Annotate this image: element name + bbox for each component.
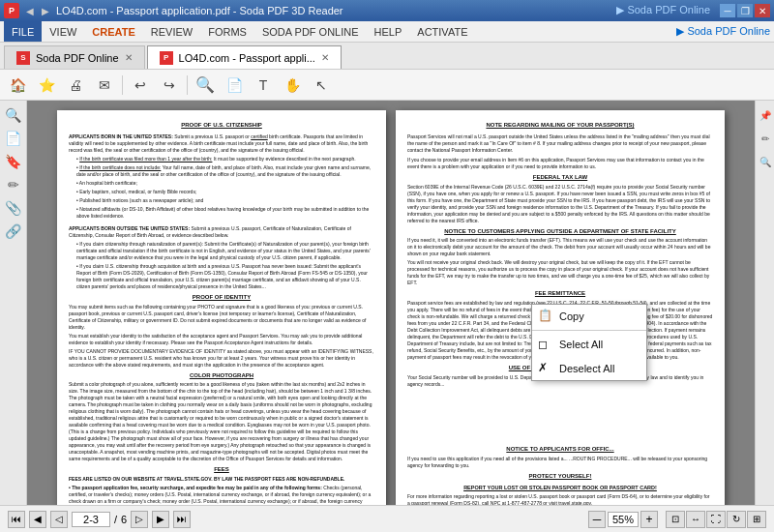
undo-btn[interactable]: ↩ (127, 73, 154, 98)
menu-review[interactable]: REVIEW (143, 21, 200, 42)
app-icon: P (4, 3, 19, 18)
zoom-in-btn[interactable]: 🔍 (192, 73, 219, 98)
menu-file[interactable]: FILE (4, 21, 42, 42)
page2-notice-offic-text: If you need to use this application if y… (407, 456, 713, 469)
page1-text-2: • If the birth certificate was filed mor… (69, 156, 374, 163)
prev-page-btn[interactable]: ◀ (29, 511, 46, 528)
sidebar-pages-icon[interactable]: 📄 (3, 128, 24, 149)
page-btn[interactable]: 📄 (221, 73, 248, 98)
nav-back-btn[interactable]: ◀ (23, 5, 37, 17)
sidebar-search-icon[interactable]: 🔍 (3, 104, 24, 126)
tab-soda-online[interactable]: S Soda PDF Online ✕ (4, 45, 145, 69)
menu-forms[interactable]: FORMS (200, 21, 254, 42)
toolbar: 🏠 ⭐ 🖨 ✉ ↩ ↪ 🔍 📄 T ✋ ↖ (0, 70, 774, 101)
tab-bar: S Soda PDF Online ✕ P LO4D.com - Passpor… (0, 43, 774, 70)
home-btn[interactable]: 🏠 (4, 73, 31, 98)
page1-header: PROOF OF U.S. CITIZENSHIP (69, 122, 374, 130)
first-page-btn[interactable]: ⏮ (8, 511, 25, 528)
redo-btn[interactable]: ↪ (156, 73, 183, 98)
rotate-btn[interactable]: ↻ (727, 511, 746, 528)
select-all-label: Select All (559, 338, 603, 351)
soda-online-link[interactable]: ▶ Soda PDF Online (676, 25, 770, 38)
page2-federal-tax-header: FEDERAL TAX LAW (407, 174, 713, 182)
sidebar-attach-icon[interactable]: 📎 (3, 197, 24, 219)
page1-text-4: • An hospital birth certificate; (69, 180, 374, 187)
bookmark-btn[interactable]: ⭐ (33, 73, 60, 98)
tab-soda-label: Soda PDF Online (36, 52, 119, 64)
copy-icon: 📋 (538, 309, 552, 324)
page1-text-1: APPLICANTS BORN IN THE UNITED STATES: Su… (69, 133, 374, 154)
view-buttons: ⊡ ↔ ⛶ ↻ ⊞ (666, 511, 766, 528)
sidebar-bookmarks-icon[interactable]: 🔖 (3, 151, 24, 172)
right-sidebar-icon-2[interactable]: ✏ (755, 128, 775, 149)
fullscreen-btn[interactable]: ⛶ (706, 511, 726, 528)
close-btn[interactable]: ✕ (755, 4, 770, 17)
page1-color-text: Submit a color photograph of you alone, … (69, 381, 374, 462)
fit-page-btn[interactable]: ⊡ (666, 511, 685, 528)
page2-mailing-header: NOTE REGARDING MAILING OF YOUR PASSPORT(… (407, 122, 713, 130)
page2-report-text: For more information regarding reporting… (407, 493, 713, 505)
page1-identity-text2: You must establish your identity to the … (69, 333, 374, 346)
page1-fees-text: FEES ARE LISTED ON OUR WEBSITE AT TRAVEL… (69, 476, 374, 483)
copy-label: Copy (559, 310, 584, 323)
nav-forward-btn[interactable]: ▶ (39, 5, 52, 17)
print-btn[interactable]: 🖨 (62, 73, 89, 98)
restore-btn[interactable]: ❐ (737, 4, 753, 17)
menu-help[interactable]: HELP (367, 21, 410, 42)
context-menu: 📋 Copy ◻ Select All ✗ Deselect All (531, 304, 647, 381)
page2-notice-state-text: If you need it, it will be converted int… (407, 237, 713, 257)
email-btn[interactable]: ✉ (91, 73, 118, 98)
hand-btn[interactable]: ✋ (279, 73, 306, 98)
minimize-btn[interactable]: ─ (720, 4, 735, 17)
main-area: 🔍 📄 🔖 ✏ 📎 🔗 PROOF OF U.S. CITIZENSHIP AP… (0, 101, 774, 505)
page-navigation: ⏮ ◀ ◁ 2-3 / 6 ▷ ▶ ⏭ (8, 511, 191, 528)
text-btn[interactable]: T (250, 73, 277, 98)
select-all-icon: ◻ (538, 338, 548, 353)
right-sidebar-icon-1[interactable]: 📌 (755, 104, 775, 126)
grid-view-btn[interactable]: ⊞ (747, 511, 766, 528)
next-page-btn-2[interactable]: ▶ (152, 511, 169, 528)
tab-soda-close[interactable]: ✕ (125, 52, 133, 63)
menu-soda-online[interactable]: SODA PDF ONLINE (254, 21, 367, 42)
status-bar: ⏮ ◀ ◁ 2-3 / 6 ▷ ▶ ⏭ ─ 55% + ⊡ ↔ ⛶ ↻ ⊞ (0, 505, 774, 532)
page2-email-text: If you choose to provide your email addr… (407, 157, 713, 170)
menu-view[interactable]: VIEW (42, 21, 84, 42)
page1-identity-header: PROOF OF IDENTITY (69, 294, 374, 302)
page1-color-header: COLOR PHOTOGRAPH (69, 372, 374, 380)
page1-identity-text: You may submit items such as the followi… (69, 304, 374, 331)
next-page-btn[interactable]: ▷ (131, 511, 148, 528)
zoom-value[interactable]: 55% (608, 512, 639, 527)
page2-fee-header: FEE REMITTANCE (407, 290, 713, 298)
sidebar-annot-icon[interactable]: ✏ (3, 174, 24, 195)
context-copy[interactable]: 📋 Copy (532, 305, 646, 328)
content-area: PROOF OF U.S. CITIZENSHIP APPLICANTS BOR… (27, 101, 755, 505)
select-btn[interactable]: ↖ (308, 73, 335, 98)
zoom-plus-btn[interactable]: + (640, 511, 658, 528)
page-indicator[interactable]: 2-3 (72, 512, 110, 527)
page2-notice-state-header: NOTICE TO CUSTOMERS APPLYING OUTSIDE A D… (407, 228, 713, 236)
total-pages: 6 (121, 514, 127, 525)
tab-passport-close[interactable]: ✕ (321, 52, 329, 63)
page1-text-9: • If you claim citizenship through natur… (69, 241, 374, 261)
zoom-control: ─ 55% + (588, 511, 658, 528)
page2-notice-offic-header: NOTICE TO APPLICANTS FOR OFFIC... (407, 446, 713, 454)
page2-original-text: You will not receive your original check… (407, 259, 713, 286)
context-select-all[interactable]: ◻ Select All (532, 333, 646, 356)
sidebar-link-icon[interactable]: 🔗 (3, 221, 24, 242)
context-deselect-all[interactable]: ✗ Deselect All (532, 357, 646, 380)
menu-create[interactable]: CREATE (84, 21, 142, 42)
title-bar-left: P ◀ ▶ LO4D.com - Passport application.pd… (4, 3, 343, 18)
menu-activate[interactable]: ACTIVATE (409, 21, 475, 42)
page1-fees-text2: • The passport application fee, security… (69, 485, 374, 505)
toolbar-separator (122, 75, 123, 95)
prev-page-btn-2[interactable]: ◁ (50, 511, 68, 528)
last-page-btn[interactable]: ⏭ (173, 511, 191, 528)
soda-online-label[interactable]: ▶ Soda PDF Online (616, 4, 710, 17)
page1-text-6: • Published birth notices (such as a new… (69, 197, 374, 204)
tab-passport[interactable]: P LO4D.com - Passport appli... ✕ (147, 45, 342, 69)
page2-report-header: PROTECT YOURSELF! (407, 473, 713, 481)
page1-text-7: • Notarized affidavits (or DS-10, Birth … (69, 206, 374, 220)
zoom-minus-btn[interactable]: ─ (588, 511, 606, 528)
right-sidebar-icon-3[interactable]: 🔍 (755, 151, 775, 172)
fit-width-btn[interactable]: ↔ (686, 511, 705, 528)
